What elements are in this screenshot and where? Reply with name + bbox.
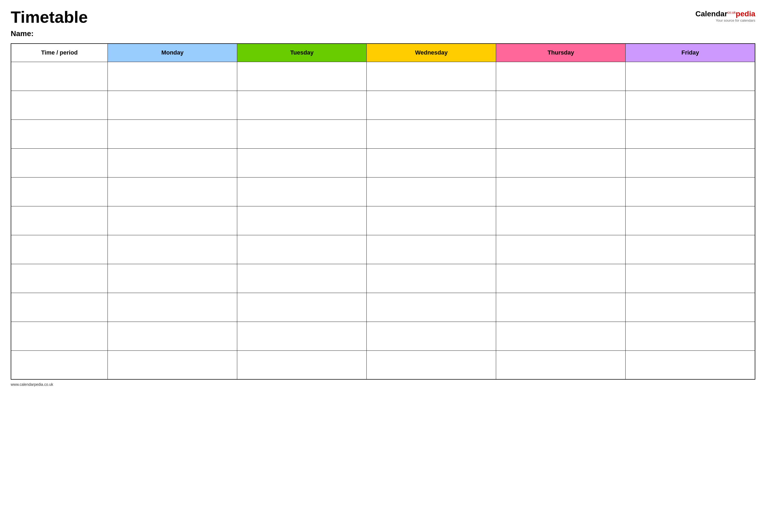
table-cell[interactable] (496, 235, 626, 264)
table-cell[interactable] (626, 177, 755, 206)
table-row (11, 177, 755, 206)
table-cell[interactable] (108, 91, 237, 119)
page-title: Timetable (11, 8, 88, 26)
table-cell[interactable] (237, 350, 367, 379)
table-cell[interactable] (237, 119, 367, 148)
col-header-monday: Monday (108, 44, 237, 62)
table-cell[interactable] (626, 91, 755, 119)
logo-subtitle: Your source for calendars (716, 18, 755, 22)
col-header-thursday: Thursday (496, 44, 626, 62)
timetable: Time / period Monday Tuesday Wednesday T… (11, 43, 755, 380)
title-section: Timetable Name: (11, 8, 88, 38)
table-cell[interactable] (496, 177, 626, 206)
table-cell[interactable] (496, 91, 626, 119)
table-cell[interactable] (626, 206, 755, 235)
col-header-time: Time / period (11, 44, 108, 62)
table-cell[interactable] (237, 293, 367, 322)
table-cell[interactable] (108, 148, 237, 177)
table-cell[interactable] (11, 235, 108, 264)
table-cell[interactable] (496, 148, 626, 177)
table-cell[interactable] (496, 350, 626, 379)
name-label: Name: (11, 29, 88, 38)
table-cell[interactable] (237, 235, 367, 264)
table-cell[interactable] (108, 177, 237, 206)
footer: www.calendarpedia.co.uk (11, 382, 755, 387)
table-cell[interactable] (237, 206, 367, 235)
table-header: Time / period Monday Tuesday Wednesday T… (11, 44, 755, 62)
table-cell[interactable] (626, 322, 755, 350)
table-cell[interactable] (237, 148, 367, 177)
table-cell[interactable] (108, 206, 237, 235)
table-cell[interactable] (367, 206, 496, 235)
col-header-tuesday: Tuesday (237, 44, 367, 62)
table-cell[interactable] (11, 62, 108, 91)
header: Timetable Name: Calendarco.ukpedia Your … (11, 8, 755, 38)
table-row (11, 293, 755, 322)
table-row (11, 119, 755, 148)
table-cell[interactable] (237, 322, 367, 350)
table-cell[interactable] (108, 119, 237, 148)
table-cell[interactable] (367, 322, 496, 350)
table-cell[interactable] (108, 350, 237, 379)
table-cell[interactable] (496, 119, 626, 148)
table-cell[interactable] (11, 293, 108, 322)
table-cell[interactable] (11, 177, 108, 206)
table-cell[interactable] (626, 264, 755, 293)
table-cell[interactable] (626, 119, 755, 148)
table-cell[interactable] (367, 293, 496, 322)
table-cell[interactable] (367, 119, 496, 148)
table-cell[interactable] (367, 91, 496, 119)
table-cell[interactable] (108, 62, 237, 91)
table-row (11, 235, 755, 264)
table-cell[interactable] (108, 264, 237, 293)
table-cell[interactable] (626, 148, 755, 177)
header-row: Time / period Monday Tuesday Wednesday T… (11, 44, 755, 62)
col-header-wednesday: Wednesday (367, 44, 496, 62)
table-row (11, 322, 755, 350)
table-cell[interactable] (11, 119, 108, 148)
table-row (11, 350, 755, 379)
table-cell[interactable] (626, 235, 755, 264)
table-cell[interactable] (496, 206, 626, 235)
logo-area: Calendarco.ukpedia Your source for calen… (695, 8, 755, 22)
table-cell[interactable] (367, 177, 496, 206)
table-cell[interactable] (237, 177, 367, 206)
table-cell[interactable] (367, 350, 496, 379)
footer-url: www.calendarpedia.co.uk (11, 382, 53, 387)
table-cell[interactable] (626, 62, 755, 91)
table-cell[interactable] (11, 264, 108, 293)
table-row (11, 264, 755, 293)
table-row (11, 206, 755, 235)
table-cell[interactable] (496, 293, 626, 322)
table-cell[interactable] (108, 293, 237, 322)
table-cell[interactable] (237, 264, 367, 293)
table-cell[interactable] (108, 235, 237, 264)
table-row (11, 91, 755, 119)
table-cell[interactable] (367, 148, 496, 177)
table-cell[interactable] (11, 148, 108, 177)
table-cell[interactable] (11, 206, 108, 235)
table-cell[interactable] (108, 322, 237, 350)
table-cell[interactable] (367, 235, 496, 264)
table-cell[interactable] (626, 350, 755, 379)
table-cell[interactable] (11, 322, 108, 350)
table-cell[interactable] (11, 350, 108, 379)
table-cell[interactable] (367, 264, 496, 293)
logo-pedia: pedia (736, 10, 755, 18)
table-cell[interactable] (496, 322, 626, 350)
table-cell[interactable] (496, 62, 626, 91)
table-cell[interactable] (237, 62, 367, 91)
table-cell[interactable] (626, 293, 755, 322)
logo-couk: co.uk (728, 10, 736, 14)
table-row (11, 148, 755, 177)
table-row (11, 62, 755, 91)
table-cell[interactable] (11, 91, 108, 119)
col-header-friday: Friday (626, 44, 755, 62)
table-cell[interactable] (496, 264, 626, 293)
table-body (11, 62, 755, 379)
table-cell[interactable] (367, 62, 496, 91)
logo-text: Calendarco.ukpedia (695, 9, 755, 18)
table-cell[interactable] (237, 91, 367, 119)
logo-calendar: Calendar (695, 10, 728, 18)
